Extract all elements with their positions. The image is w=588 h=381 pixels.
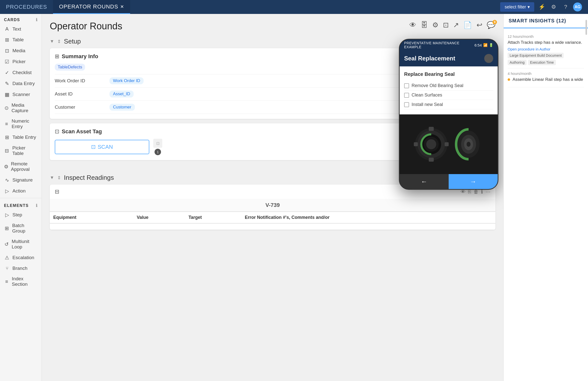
sidebar-item-table[interactable]: ⊞ Table <box>0 34 42 45</box>
table-entry-icon: ⊞ <box>4 134 10 140</box>
data-entry-icon: ✎ <box>4 81 10 87</box>
media-capture-icon: ⊙ <box>4 105 9 111</box>
scan-card-icon: ⊡ <box>55 128 59 135</box>
content-area: 👁 🗄 ⚙ ⊡ ↗ 📄 ↩ 💬 9 Operator Rounds ▼ ⇕ Se… <box>42 14 503 381</box>
settings-icon[interactable]: ⚙ <box>549 2 558 11</box>
field-value-workorder[interactable]: Work Order ID <box>109 77 144 84</box>
mobile-section-title: Replace Bearing Seal <box>404 71 493 77</box>
text-icon: A <box>4 26 10 32</box>
elements-section-header: ELEMENTS ℹ <box>0 200 42 209</box>
tag-execution-time: Execution Time <box>528 60 556 65</box>
remote-approval-icon: ⚙ <box>4 164 8 170</box>
mobile-checklist-item-3[interactable]: Install new Seal <box>404 100 493 109</box>
seal-image-2 <box>454 127 483 162</box>
checkbox-3[interactable] <box>404 102 409 107</box>
scan-button[interactable]: ⊡ SCAN <box>55 140 149 154</box>
sidebar-item-table-entry[interactable]: ⊞ Table Entry <box>0 132 42 143</box>
scrollbar[interactable] <box>586 28 587 35</box>
comments-icon[interactable]: 💬 9 <box>487 21 495 29</box>
mobile-avatar <box>484 54 493 63</box>
nav-tab-procedures[interactable]: PROCEDURES <box>0 0 53 14</box>
seal-image-1 <box>414 127 449 162</box>
field-value-customer[interactable]: Customer <box>109 104 135 111</box>
sidebar-item-batch-group[interactable]: ⊞ Batch Group <box>0 220 42 236</box>
smart-insights-panel: SMART INSIGHTS (12) 12 hours/month Attac… <box>503 14 588 381</box>
sidebar: CARDS ℹ A Text ⊞ Table ⊡ Media ☑ Picker … <box>0 14 42 381</box>
field-label-assetid: Asset ID <box>55 91 109 97</box>
checklist-icon: ✓ <box>4 70 10 76</box>
nav-tab-operator-rounds[interactable]: OPERATOR ROUNDS ✕ <box>53 0 130 14</box>
checkbox-1[interactable] <box>404 83 409 88</box>
pdf-icon[interactable]: 📄 <box>463 21 472 29</box>
scan-placeholder: ⊡ <box>153 139 162 148</box>
sidebar-item-branch[interactable]: ⑂ Branch <box>0 263 42 274</box>
preview-icon[interactable]: 👁 <box>409 21 416 29</box>
sidebar-item-media[interactable]: ⊡ Media <box>0 45 42 56</box>
comment-badge: 9 <box>492 20 497 24</box>
sidebar-item-index-section[interactable]: ≡ Index Section <box>0 274 42 289</box>
gear-icon[interactable]: ⚙ <box>432 21 438 29</box>
sidebar-item-multiunit-loop[interactable]: ↺ Multiunit Loop <box>0 236 42 252</box>
index-section-icon: ≡ <box>4 279 9 285</box>
mobile-checklist-item-1[interactable]: Remove Old Bearing Seal <box>404 81 493 91</box>
picker-icon: ☑ <box>4 59 10 65</box>
sidebar-item-text[interactable]: A Text <box>0 24 42 34</box>
insight-text-2: Assemble Linear Rail step has a wide <box>508 77 584 83</box>
svg-rect-12 <box>429 127 434 131</box>
numeric-entry-icon: ≡ <box>4 121 9 127</box>
section-title: Setup <box>64 38 81 45</box>
collapse-icon[interactable]: ▼ <box>50 39 54 44</box>
mobile-back-button[interactable]: ← <box>400 174 449 189</box>
insight-freq-2: 4 hours/month <box>508 71 584 76</box>
sidebar-item-checklist[interactable]: ✓ Checklist <box>0 67 42 78</box>
picker-table-icon: ⊟ <box>4 148 10 154</box>
insight-link-1[interactable]: Open procedure in Author <box>508 47 584 51</box>
user-avatar[interactable]: AG <box>573 2 582 11</box>
help-icon[interactable]: ? <box>561 2 570 11</box>
mobile-next-button[interactable]: → <box>449 174 498 189</box>
sidebar-item-action[interactable]: ▷ Action <box>0 186 42 196</box>
sidebar-item-media-capture[interactable]: ⊙ Media Capture <box>0 100 42 116</box>
sidebar-item-data-entry[interactable]: ✎ Data Entry <box>0 78 42 89</box>
field-label-workorder: Work Order ID <box>55 78 109 84</box>
export-icon[interactable]: ↗ <box>453 21 459 29</box>
undo-icon[interactable]: ↩ <box>477 21 482 29</box>
sidebar-item-picker[interactable]: ☑ Picker <box>0 56 42 67</box>
bolt-icon[interactable]: ⚡ <box>537 2 546 11</box>
inspect-collapse-icon[interactable]: ▼ <box>50 175 54 180</box>
cards-info-icon[interactable]: ℹ <box>36 17 38 22</box>
sidebar-item-step[interactable]: ▷ Step <box>0 209 42 220</box>
scan-barcode-icon: ⊡ <box>91 144 96 150</box>
sidebar-item-picker-table[interactable]: ⊟ Picker Table <box>0 143 42 159</box>
table-icon: ⊞ <box>4 37 10 43</box>
tag-large-equipment: Large Equipment Build Document <box>508 53 564 58</box>
sidebar-item-signature[interactable]: ∿ Signature <box>0 175 42 186</box>
checkbox-2[interactable] <box>404 93 409 98</box>
inspect-drag-icon[interactable]: ⇕ <box>57 175 61 181</box>
save-icon[interactable]: ⊡ <box>443 21 449 29</box>
insight-dot <box>508 78 510 81</box>
eq-card-icon: ⊟ <box>55 189 59 195</box>
main-layout: CARDS ℹ A Text ⊞ Table ⊡ Media ☑ Picker … <box>0 14 588 381</box>
insight-item-1: 12 hours/month Attach Tracks step has a … <box>508 31 584 68</box>
elements-info-icon[interactable]: ℹ <box>36 203 38 208</box>
filter-button[interactable]: select filter ▾ <box>500 2 534 12</box>
insights-title: SMART INSIGHTS (12) <box>509 18 566 24</box>
sidebar-item-remote-approval[interactable]: ⚙ Remote Approval <box>0 159 42 175</box>
sidebar-item-scanner[interactable]: ▦ Scanner <box>0 89 42 100</box>
mobile-checklist-item-2[interactable]: Clean Surfaces <box>404 91 493 100</box>
tab-close-icon[interactable]: ✕ <box>120 4 124 9</box>
mobile-bottom-nav: ← → <box>400 174 498 189</box>
sidebar-item-numeric-entry[interactable]: ≡ Numeric Entry <box>0 116 42 132</box>
insight-freq-1: 12 hours/month <box>508 34 584 39</box>
page-toolbar: 👁 🗄 ⚙ ⊡ ↗ 📄 ↩ 💬 9 <box>409 21 495 29</box>
mobile-preview: PREVENTATIVE MAINTENANCE EXAMPLE 6:54 📶 … <box>399 39 498 190</box>
database-icon[interactable]: 🗄 <box>421 21 428 29</box>
media-icon: ⊡ <box>4 48 10 54</box>
field-value-assetid[interactable]: Asset_ID <box>109 91 134 97</box>
table-defects-tag[interactable]: TableDefects <box>55 64 85 71</box>
mobile-status-bar: PREVENTATIVE MAINTENANCE EXAMPLE 6:54 📶 … <box>400 40 498 50</box>
section-drag-icon[interactable]: ⇕ <box>57 39 61 44</box>
sidebar-item-escalation[interactable]: ⚠ Escalation <box>0 252 42 263</box>
escalation-icon: ⚠ <box>4 255 10 261</box>
